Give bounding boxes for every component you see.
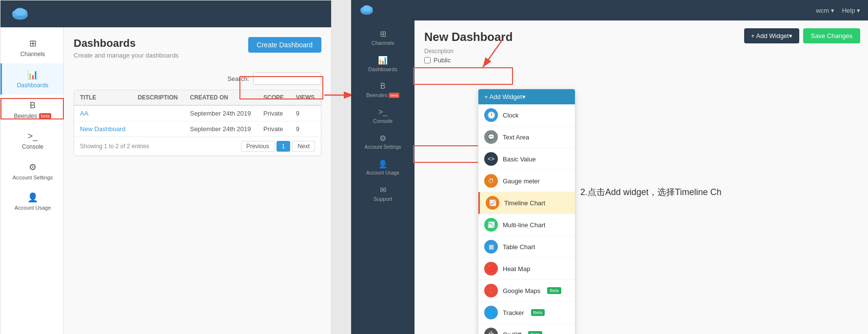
dropdown-item-basic-value[interactable]: <> Basic Value [478,148,575,170]
gmaps-beta-tag: Beta [547,287,561,294]
right-sidebar-account-settings[interactable]: ⚙ Account Settings [351,129,414,155]
sidebar-item-beerules[interactable]: B Beerules beta [0,95,63,125]
right-sidebar-channels[interactable]: ⊞ Channels [351,24,414,51]
right-beerules-label: Beerules [366,92,387,98]
heatmap-icon: 🟥 [484,262,498,275]
gauge-label: Gauge meter [503,177,540,185]
dropdown-item-gmaps[interactable]: 📍 Google Maps Beta [478,280,575,302]
sidebar-item-dashboards[interactable]: 📊 Dashboards [0,63,63,95]
dropdown-item-table-chart[interactable]: ▦ Table Chart [478,236,575,258]
page-subtitle: Create and manage your dashboards [74,52,178,59]
sidebar-item-channels-label: Channels [20,51,45,58]
dropdown-item-heatmap[interactable]: 🟥 Heat Map [478,258,575,280]
right-accusage-label: Account Usage [366,170,399,176]
right-dashboards-icon: 📊 [378,56,388,65]
public-checkbox[interactable] [424,57,431,63]
create-dashboard-button[interactable]: Create Dashboard [248,37,321,53]
gauge-icon: ⏱ [484,174,498,188]
console-icon: >_ [28,131,38,141]
right-sidebar: ⊞ Channels 📊 Dashboards B Beerules beta … [351,20,414,334]
search-input[interactable] [253,73,321,85]
add-widget-button[interactable]: + Add Widget▾ [744,28,799,43]
save-changes-button[interactable]: Save Changes [803,28,860,43]
pagination-next[interactable]: Next [292,141,315,152]
left-main-content: Dashboards Create and manage your dashbo… [64,27,331,334]
timeline-label: Timeline Chart [504,199,545,207]
right-sidebar-account-usage[interactable]: 👤 Account Usage [351,155,414,180]
right-logo [359,2,375,18]
dropdown-item-tracker[interactable]: 🌐 Tracker Beta [478,302,575,324]
dropdown-item-gauge[interactable]: ⏱ Gauge meter [478,170,575,192]
beerules-beta-badge: beta [39,113,52,119]
sidebar-item-accsettings-label: Account Settings [13,175,53,180]
row1-title-link[interactable]: AA [80,110,88,117]
row2-title-link[interactable]: New Dashboard [80,125,125,133]
multiline-icon: 📉 [484,218,498,232]
wcm-button[interactable]: wcm ▾ [816,7,834,14]
sidebar-item-account-settings[interactable]: ⚙ Account Settings [0,156,63,186]
search-row: Search: [74,73,321,85]
left-topbar [0,0,331,27]
onoff-icon: ⏻ [484,328,498,334]
right-sidebar-dashboards[interactable]: 📊 Dashboards [351,51,414,77]
add-widget-dropdown: + Add Widget▾ 🕐 Clock 💬 Text Area <> Bas… [478,89,575,334]
channels-icon: ⊞ [29,38,37,49]
dropdown-item-timeline[interactable]: 📈 Timeline Chart [478,192,575,214]
left-logo [10,4,30,24]
dropdown-item-multiline[interactable]: 📉 Multi-line Chart [478,214,575,236]
pagination-previous[interactable]: Previous [241,141,275,152]
tracker-label: Tracker [503,309,524,316]
sidebar-item-dashboards-label: Dashboards [17,82,49,89]
sidebar-item-beerules-label: Beerules [14,113,37,119]
tracker-icon: 🌐 [484,306,498,319]
onoff-label: On/Off [503,331,521,334]
sidebar-item-console[interactable]: >_ Console [0,125,63,156]
right-sidebar-beerules[interactable]: B Beerules beta [351,77,414,103]
right-panel: wcm ▾ Help ▾ ⊞ Channels 📊 Dashboards B B… [351,0,868,334]
tracker-beta-tag: Beta [531,309,545,316]
table-count: Showing 1 to 2 of 2 entries [80,143,149,150]
basic-value-icon: <> [484,152,498,166]
row1-views: 9 [290,105,321,121]
topbar-right: wcm ▾ Help ▾ [816,7,860,14]
row1-scope: Private [257,105,290,121]
dropdown-item-textarea[interactable]: 💬 Text Area [478,126,575,148]
sidebar-item-accusage-label: Account Usage [15,205,51,211]
dropdown-item-onoff[interactable]: ⏻ On/Off Beta [478,324,575,334]
basic-value-label: Basic Value [503,156,536,163]
clock-icon: 🕐 [484,108,498,122]
right-sidebar-console[interactable]: >_ Console [351,103,414,129]
sidebar-item-channels[interactable]: ⊞ Channels [0,32,63,63]
timeline-icon: 📈 [486,196,499,210]
dropdown-header[interactable]: + Add Widget▾ [478,89,575,104]
beerules-label-row: Beerules beta [14,113,52,119]
pagination-page-1[interactable]: 1 [276,141,291,152]
right-support-icon: ✉ [380,185,386,195]
gmaps-icon: 📍 [484,284,498,297]
dropdown-item-clock[interactable]: 🕐 Clock [478,104,575,126]
table-header: TITLE DESCRIPTION CREATED ON SCOPE VIEWS [74,90,321,105]
dashboards-icon: 📊 [27,69,38,80]
row1-created: September 24th 2019 [184,105,257,121]
textarea-label: Text Area [503,134,529,141]
sidebar-item-console-label: Console [22,143,43,150]
right-console-icon: >_ [378,108,387,117]
right-channels-label: Channels [372,40,394,46]
public-label: Public [434,57,451,64]
sidebar-item-account-usage[interactable]: 👤 Account Usage [0,186,63,216]
row2-scope: Private [257,121,290,137]
col-created-on: CREATED ON [184,90,257,105]
right-usage-icon: 👤 [378,159,388,169]
gmaps-label: Google Maps [503,287,540,295]
row2-desc [132,121,184,137]
help-button[interactable]: Help ▾ [842,7,860,14]
row1-desc [132,105,184,121]
row2-created: September 24th 2019 [184,121,257,137]
dashboards-table-container: TITLE DESCRIPTION CREATED ON SCOPE VIEWS… [74,90,321,156]
left-layout: ⊞ Channels 📊 Dashboards B Beerules beta … [0,27,331,334]
svg-line-11 [483,40,502,67]
table-row: AA September 24th 2019 Private 9 [74,105,321,121]
arrow-svg-2 [478,35,507,74]
right-sidebar-support[interactable]: ✉ Support [351,180,414,207]
right-accsettings-label: Account Settings [364,144,401,150]
